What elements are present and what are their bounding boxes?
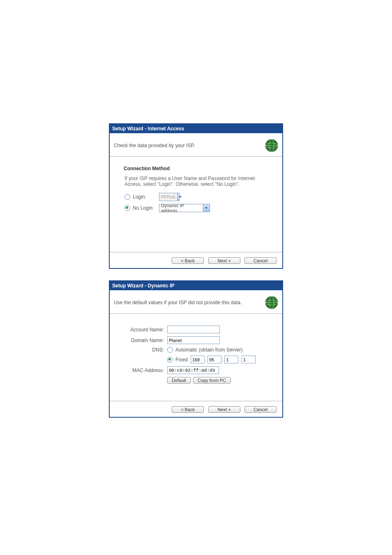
dns-auto-radio[interactable]	[167, 347, 173, 353]
login-select-value: PPPoE	[161, 194, 175, 199]
chevron-down-icon	[203, 204, 210, 212]
dialog-title: Setup Wizard - Dynamic IP	[110, 281, 282, 290]
panel1-footer: < Back Next > Cancel	[110, 252, 282, 268]
dialog-subhead: Use the default values if your ISP did n…	[110, 290, 282, 314]
dot: .	[222, 357, 224, 363]
account-input[interactable]	[167, 326, 220, 333]
nologin-label: No Login:	[133, 205, 157, 211]
login-label: Login:	[133, 194, 157, 200]
dns-ip-1[interactable]	[191, 356, 205, 363]
nologin-radio[interactable]	[125, 205, 130, 211]
back-button[interactable]: < Back	[172, 406, 204, 413]
domain-label: Domain Name:	[125, 338, 164, 343]
next-button[interactable]: Next >	[208, 406, 240, 413]
wizard-internet-access: Setup Wizard - Internet Access Check the…	[109, 123, 283, 269]
dns-fixed-radio[interactable]	[167, 357, 173, 363]
mac-buttons: Default Copy from PC	[167, 377, 271, 384]
dns-row-fixed: Fixed: . . .	[125, 356, 271, 363]
dns-ip-2[interactable]	[208, 356, 221, 363]
domain-input[interactable]	[167, 336, 220, 344]
dns-auto-label: Automatic (obtain from Server)	[175, 347, 242, 353]
dns-row-auto: DNS: Automatic (obtain from Server)	[125, 347, 271, 353]
connection-hint: If your ISP requires a User Name and Pas…	[125, 176, 271, 187]
mac-input[interactable]	[167, 366, 219, 374]
domain-row: Domain Name:	[125, 336, 271, 344]
dns-ip-3[interactable]	[224, 356, 238, 363]
next-button[interactable]: Next >	[208, 257, 240, 264]
dns-fixed-label: Fixed:	[175, 357, 189, 363]
login-select[interactable]: PPPoE	[159, 193, 180, 201]
login-row: Login: PPPoE	[125, 193, 271, 201]
dns-label: DNS:	[125, 347, 164, 353]
wizard-dynamic-ip: Setup Wizard - Dynamic IP Use the defaul…	[109, 280, 283, 418]
mac-label: MAC Address:	[125, 368, 164, 373]
dot: .	[205, 357, 207, 363]
mac-default-button[interactable]: Default	[167, 377, 191, 384]
nologin-select[interactable]: Dynamic IP address	[159, 204, 210, 212]
nologin-row: No Login: Dynamic IP address	[125, 204, 271, 212]
dialog-subtitle: Check the data provided by your ISP.	[114, 143, 195, 148]
dialog-title: Setup Wizard - Internet Access	[110, 124, 282, 133]
panel1-content: Connection Method If your ISP requires a…	[110, 157, 282, 252]
connection-method-heading: Connection Method	[124, 166, 271, 171]
panel2-footer: < Back Next > Cancel	[110, 401, 282, 417]
chevron-down-icon	[177, 193, 179, 201]
cancel-button[interactable]: Cancel	[244, 406, 277, 413]
account-label: Account Name:	[125, 327, 164, 333]
globe-icon	[265, 139, 278, 152]
back-button[interactable]: < Back	[172, 257, 204, 264]
mac-copy-button[interactable]: Copy from PC	[193, 377, 231, 384]
nologin-select-value: Dynamic IP address	[161, 203, 201, 213]
dns-ip-4[interactable]	[242, 356, 256, 363]
account-row: Account Name:	[125, 326, 271, 333]
login-radio[interactable]	[125, 194, 130, 200]
dot: .	[239, 357, 240, 363]
globe-icon	[265, 296, 278, 309]
mac-row: MAC Address:	[125, 366, 271, 374]
dialog-subhead: Check the data provided by your ISP.	[110, 133, 282, 157]
cancel-button[interactable]: Cancel	[244, 257, 277, 264]
panel2-content: Account Name: Domain Name: DNS: Automati…	[110, 314, 282, 401]
dialog-subtitle: Use the default values if your ISP did n…	[114, 300, 242, 305]
